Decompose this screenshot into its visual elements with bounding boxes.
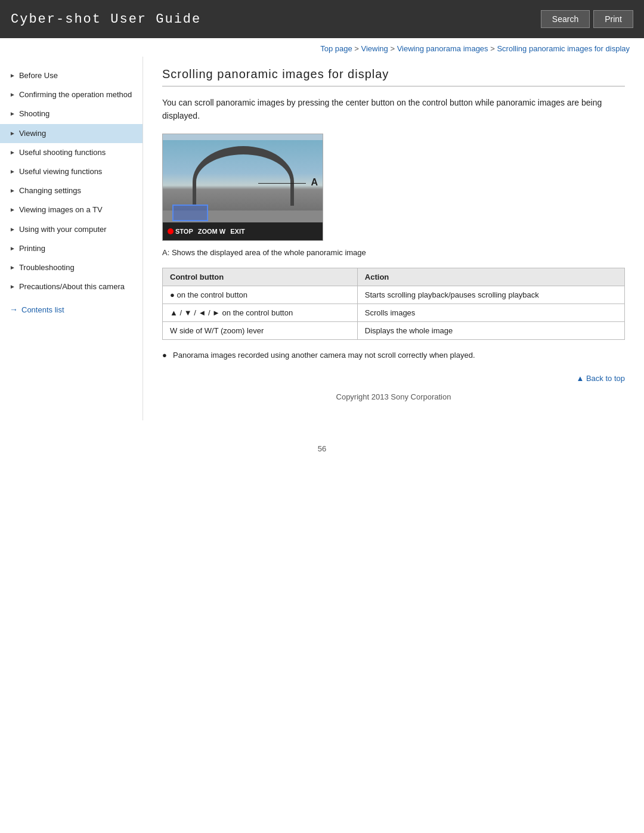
table-row: ● on the control button Starts scrolling… <box>163 286 625 304</box>
arrow-icon: ► <box>10 110 16 118</box>
note-text: ● Panorama images recorded using another… <box>162 349 625 362</box>
page-number: 56 <box>0 444 644 465</box>
caption-a: A: Shows the displayed area of the whole… <box>162 248 625 257</box>
contents-arrow-icon: → <box>10 305 18 314</box>
table-cell-control-1: ● on the control button <box>163 286 358 304</box>
arrow-icon: ► <box>10 225 16 234</box>
note-bullet-icon: ● <box>162 349 167 362</box>
pano-line-a <box>258 183 306 184</box>
arrow-icon: ► <box>10 148 16 157</box>
sidebar-item-useful-viewing[interactable]: ► Useful viewing functions <box>0 162 143 181</box>
pano-toolbar: STOP ZOOM W EXIT <box>163 222 323 240</box>
sidebar-item-troubleshooting[interactable]: ► Troubleshooting <box>0 258 143 277</box>
arrow-icon: ► <box>10 72 16 80</box>
pano-label-a: A <box>311 177 318 188</box>
table-cell-control-3: W side of W/T (zoom) lever <box>163 321 358 339</box>
arrow-icon: ► <box>10 129 16 138</box>
sidebar-item-before-use[interactable]: ► Before Use <box>0 66 143 85</box>
sidebar-item-computer[interactable]: ► Using with your computer <box>0 220 143 239</box>
search-button[interactable]: Search <box>541 10 590 28</box>
breadcrumb-scrolling[interactable]: Scrolling panoramic images for display <box>497 44 630 53</box>
table-cell-action-3: Displays the whole image <box>357 321 624 339</box>
header-buttons: Search Print <box>541 10 633 28</box>
layout: ► Before Use ► Confirming the operation … <box>0 57 644 420</box>
sidebar-item-viewing[interactable]: ► Viewing <box>0 124 143 143</box>
contents-list-link[interactable]: → Contents list <box>0 296 143 314</box>
breadcrumb: Top page > Viewing > Viewing panorama im… <box>0 38 644 57</box>
pano-exit-button: EXIT <box>230 228 244 235</box>
arrow-icon: ► <box>10 283 16 291</box>
arrow-icon: ► <box>10 264 16 272</box>
pano-stop-button: STOP <box>168 228 193 235</box>
page-title: Scrolling panoramic images for display <box>162 67 625 86</box>
arrow-icon: ► <box>10 206 16 214</box>
intro-text: You can scroll panoramic images by press… <box>162 96 625 123</box>
sidebar-item-viewing-tv[interactable]: ► Viewing images on a TV <box>0 200 143 219</box>
breadcrumb-panorama[interactable]: Viewing panorama images <box>397 44 488 53</box>
sidebar-item-precautions[interactable]: ► Precautions/About this camera <box>0 277 143 296</box>
sidebar-item-printing[interactable]: ► Printing <box>0 239 143 258</box>
table-cell-action-2: Scrolls images <box>357 304 624 321</box>
back-to-top-link[interactable]: ▲ Back to top <box>576 374 625 383</box>
table-cell-action-1: Starts scrolling playback/pauses scrolli… <box>357 286 624 304</box>
sidebar-item-confirming[interactable]: ► Confirming the operation method <box>0 85 143 104</box>
stop-dot-icon <box>168 228 174 234</box>
table-header-control: Control button <box>163 268 358 286</box>
arrow-icon: ► <box>10 187 16 195</box>
table-cell-control-2: ▲ / ▼ / ◄ / ► on the control button <box>163 304 358 321</box>
sidebar-item-changing-settings[interactable]: ► Changing settings <box>0 181 143 200</box>
table-row: ▲ / ▼ / ◄ / ► on the control button Scro… <box>163 304 625 321</box>
arrow-icon: ► <box>10 168 16 176</box>
panoramic-image: A STOP ZOOM W EXIT <box>162 134 323 241</box>
sidebar-item-useful-shooting[interactable]: ► Useful shooting functions <box>0 143 143 162</box>
copyright: Copyright 2013 Sony Corporation <box>162 392 625 401</box>
app-title: Cyber-shot User Guide <box>11 12 201 27</box>
breadcrumb-viewing[interactable]: Viewing <box>361 44 388 53</box>
sidebar: ► Before Use ► Confirming the operation … <box>0 57 143 420</box>
pano-zoom-button: ZOOM W <box>198 228 225 235</box>
table-row: W side of W/T (zoom) lever Displays the … <box>163 321 625 339</box>
sidebar-item-shooting[interactable]: ► Shooting <box>0 104 143 123</box>
header: Cyber-shot User Guide Search Print <box>0 0 644 38</box>
breadcrumb-top[interactable]: Top page <box>320 44 352 53</box>
back-to-top[interactable]: ▲ Back to top <box>162 374 625 383</box>
control-table: Control button Action ● on the control b… <box>162 268 625 340</box>
table-header-action: Action <box>357 268 624 286</box>
pano-overlay-box <box>172 205 208 221</box>
main-content: Scrolling panoramic images for display Y… <box>143 57 644 420</box>
print-button[interactable]: Print <box>593 10 633 28</box>
arrow-icon: ► <box>10 244 16 253</box>
arrow-icon: ► <box>10 91 16 99</box>
